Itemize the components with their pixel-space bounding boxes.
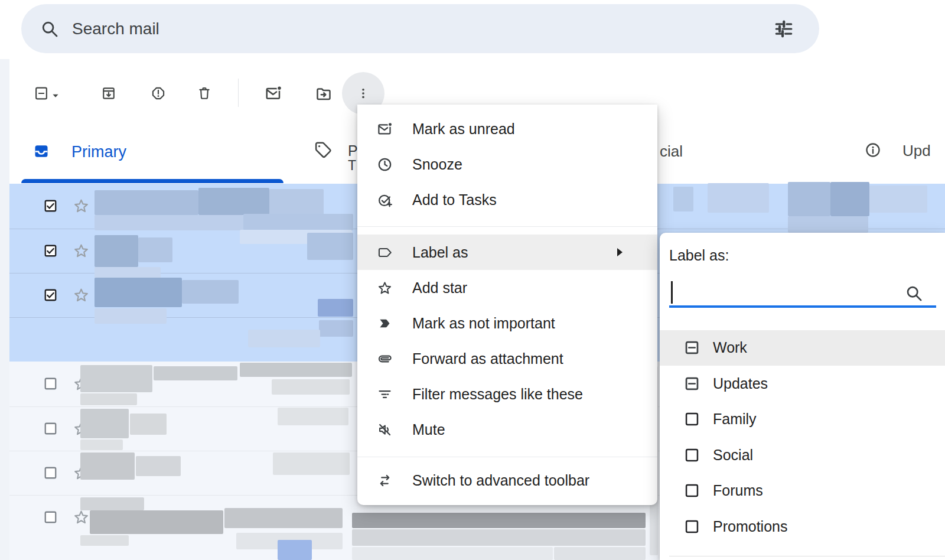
redacted-content <box>352 547 553 560</box>
label-option-forums[interactable]: Forums <box>660 473 945 509</box>
menu-item-label: Add to Tasks <box>412 191 497 209</box>
redacted-content <box>269 189 324 215</box>
redacted-content <box>94 235 138 267</box>
star-icon <box>377 280 393 296</box>
updates-info-icon[interactable] <box>864 141 882 159</box>
search-icon[interactable] <box>40 19 59 38</box>
redacted-content <box>352 529 646 546</box>
row-checkbox[interactable] <box>43 243 58 258</box>
menu-item-add-star[interactable]: Add star <box>357 270 657 305</box>
star-icon[interactable] <box>73 242 90 259</box>
menu-item-label: Mute <box>412 421 445 438</box>
label-option-updates[interactable]: Updates <box>660 366 945 402</box>
label-search-icon[interactable] <box>905 284 923 302</box>
redacted-content <box>136 456 181 476</box>
search-options-icon[interactable] <box>773 18 794 40</box>
menu-item-label: Mark as not important <box>412 315 555 332</box>
label-search-underline <box>669 305 936 308</box>
redacted-content <box>243 214 353 230</box>
tab-updates[interactable]: Upd <box>902 142 945 161</box>
redacted-content <box>90 510 223 534</box>
mark-unread-icon[interactable] <box>265 84 282 102</box>
label-checkbox-indeterminate[interactable] <box>684 340 700 356</box>
row-checkbox[interactable] <box>43 421 58 436</box>
menu-item-label: Filter messages like these <box>412 386 583 403</box>
move-to-icon[interactable] <box>315 85 333 103</box>
star-icon[interactable] <box>73 197 90 214</box>
redacted-content <box>130 414 167 435</box>
row-checkbox[interactable] <box>43 465 58 480</box>
tab-promotions-fragment[interactable]: P <box>348 142 358 159</box>
label-checkbox-unchecked[interactable] <box>684 411 700 427</box>
label-checkbox-indeterminate[interactable] <box>684 376 700 392</box>
label-name: Forums <box>713 482 763 499</box>
menu-item-mute[interactable]: Mute <box>357 412 657 447</box>
redacted-content <box>224 508 343 528</box>
toolbar-divider <box>238 79 239 107</box>
star-icon[interactable] <box>73 509 90 526</box>
label-option-social[interactable]: Social <box>660 437 945 473</box>
menu-item-filter-messages[interactable]: Filter messages like these <box>357 376 657 412</box>
select-checkbox[interactable] <box>34 86 49 101</box>
menu-item-forward-as-attachment[interactable]: Forward as attachment <box>357 341 657 376</box>
menu-item-label-as[interactable]: Label as <box>357 235 657 270</box>
submenu-arrow-icon <box>616 247 624 258</box>
tab-primary[interactable]: Primary <box>71 143 126 161</box>
menu-item-mark-as-unread[interactable]: Mark as unread <box>357 111 657 146</box>
label-name: Work <box>713 339 747 356</box>
redacted-content <box>673 187 693 211</box>
search-placeholder[interactable]: Search mail <box>72 19 159 38</box>
menu-item-label: Add star <box>412 279 467 297</box>
label-name: Promotions <box>713 518 787 535</box>
label-as-title: Label as: <box>669 247 729 264</box>
redacted-content <box>272 379 350 395</box>
redacted-content <box>830 182 869 216</box>
menu-item-switch-to-advanced-toolbar[interactable]: Switch to advanced toolbar <box>357 463 657 498</box>
menu-item-label: Label as <box>412 244 468 261</box>
label-name: Family <box>713 411 757 428</box>
redacted-content <box>80 535 129 546</box>
menu-item-mark-as-not-important[interactable]: Mark as not important <box>357 305 657 341</box>
search-bar[interactable]: Search mail <box>21 4 819 53</box>
row-checkbox[interactable] <box>43 288 58 302</box>
redacted-content <box>80 393 137 405</box>
redacted-content <box>708 183 769 213</box>
row-checkbox[interactable] <box>43 198 58 213</box>
redacted-content <box>307 233 353 260</box>
redacted-content <box>318 299 353 317</box>
label-option-promotions[interactable]: Promotions <box>660 509 945 545</box>
label-checkbox-unchecked[interactable] <box>684 483 700 499</box>
label-name: Social <box>713 447 753 464</box>
redacted-content <box>94 215 243 230</box>
importance-icon <box>377 315 393 331</box>
select-dropdown-icon[interactable] <box>50 88 61 103</box>
add-task-icon <box>377 192 393 208</box>
redacted-content <box>352 513 646 528</box>
promotions-tag-icon[interactable] <box>314 141 333 159</box>
tab-social-fragment[interactable]: cial <box>660 142 683 161</box>
report-spam-icon[interactable] <box>151 86 166 101</box>
menu-item-label: Snooze <box>412 156 462 173</box>
label-option-work[interactable]: Work <box>660 330 945 366</box>
tab-primary-underline <box>21 179 284 183</box>
primary-inbox-icon <box>33 143 50 159</box>
label-checkbox-unchecked[interactable] <box>684 519 700 535</box>
redacted-content <box>80 365 152 392</box>
label-checkbox-unchecked[interactable] <box>684 447 700 463</box>
row-checkbox[interactable] <box>43 376 58 391</box>
context-menu: Mark as unreadSnoozeAdd to TasksLabel as… <box>357 105 657 505</box>
row-checkbox[interactable] <box>43 510 58 525</box>
label-option-family[interactable]: Family <box>660 402 945 438</box>
mute-icon <box>377 422 393 438</box>
redacted-content <box>154 366 237 380</box>
delete-icon[interactable] <box>197 86 212 101</box>
menu-item-snooze[interactable]: Snooze <box>357 146 657 182</box>
label-name: Updates <box>713 375 768 392</box>
archive-icon[interactable] <box>101 86 116 101</box>
menu-item-label: Mark as unread <box>412 121 515 138</box>
star-icon[interactable] <box>73 286 90 304</box>
more-options-icon[interactable] <box>356 86 371 101</box>
label-as-submenu: Label as: WorkUpdatesFamilySocialForumsP… <box>660 233 945 560</box>
menu-item-add-to-tasks[interactable]: Add to Tasks <box>357 182 657 217</box>
envelope-unread-icon <box>377 121 393 137</box>
